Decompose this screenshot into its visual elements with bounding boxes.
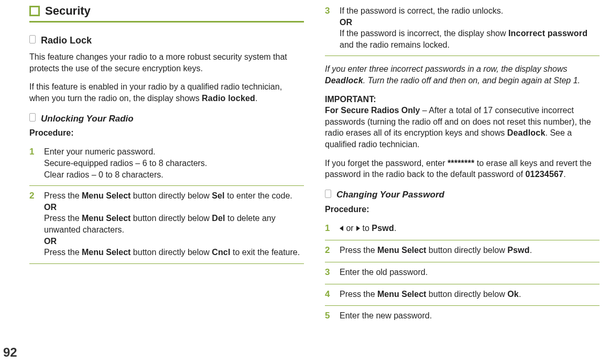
heading-security-text: Security: [45, 4, 91, 18]
note-paragraph: If you enter three incorrect passwords i…: [325, 63, 600, 86]
default-password: 01234567: [525, 170, 563, 179]
paragraph: If this feature is enabled in your radio…: [29, 81, 304, 104]
softkey-pswd: Pswd: [372, 224, 394, 233]
menu-select-label: Menu Select: [82, 214, 130, 223]
text: Press the: [340, 246, 377, 255]
or-separator: OR: [340, 18, 352, 27]
page-number: 92: [3, 345, 17, 360]
text: .: [394, 224, 396, 233]
text: Press the: [340, 290, 377, 299]
text: Enter the old password.: [340, 268, 428, 277]
softkey-cncl: Cncl: [212, 248, 230, 257]
text: button directly below: [426, 290, 507, 299]
step-body: Enter the new password.: [340, 310, 600, 322]
square-bullet-icon: [29, 6, 40, 16]
step-number: 3: [325, 267, 332, 279]
text: button directly below: [130, 214, 212, 223]
forget-paragraph: If you forget the password, enter ******…: [325, 158, 600, 180]
text: button directly below: [426, 246, 507, 255]
menu-select-label: Menu Select: [82, 248, 130, 257]
text: .: [563, 170, 565, 179]
step-body: Press the Menu Select button directly be…: [340, 245, 600, 256]
page: Advanced Features 92 Security Radio Lock…: [0, 0, 610, 364]
step-body: Press the Menu Select button directly be…: [44, 190, 304, 258]
step-body: or to Pswd.: [340, 223, 600, 234]
step-number: 5: [325, 310, 332, 322]
text: .: [519, 290, 521, 299]
column-right: 3 If the password is correct, the radio …: [310, 0, 600, 364]
doc-icon: [325, 190, 331, 201]
step-body: Press the Menu Select button directly be…: [340, 289, 600, 300]
paragraph: This feature changes your radio to a mor…: [29, 51, 304, 74]
step-2: 2 Press the Menu Select button directly …: [29, 187, 304, 264]
step-number: 1: [325, 223, 332, 235]
softkey-del: Del: [212, 214, 225, 223]
text: Enter your numeric password.: [44, 147, 156, 156]
display-incorrect-password: Incorrect password: [508, 29, 587, 38]
step-number: 2: [325, 245, 332, 257]
step-3: 3 If the password is correct, the radio …: [325, 2, 600, 56]
procedure-label: Procedure:: [29, 128, 304, 138]
cstep-1: 1 or to Pswd.: [325, 219, 600, 240]
text: .: [255, 94, 257, 103]
softkey-pswd: Pswd: [507, 246, 530, 255]
important-paragraph: IMPORTANT: For Secure Radios Only – Afte…: [325, 94, 600, 150]
heading-unlocking-text: Unlocking Your Radio: [41, 114, 134, 124]
text: to exit the feature.: [231, 248, 300, 257]
important-bold: For Secure Radios Only: [325, 106, 420, 115]
procedure-label: Procedure:: [325, 205, 600, 214]
text: or: [344, 224, 356, 233]
text: button directly below: [130, 248, 212, 257]
sidebar: Advanced Features 92: [0, 0, 21, 364]
cstep-4: 4 Press the Menu Select button directly …: [325, 285, 600, 306]
column-left: Security Radio Lock This feature changes…: [29, 0, 310, 364]
menu-select-label: Menu Select: [377, 246, 426, 255]
text: If the password is correct, the radio un…: [340, 6, 503, 15]
heading-radio-lock: Radio Lock: [29, 35, 304, 46]
heading-changing-password-text: Changing Your Password: [336, 190, 444, 200]
doc-icon: [29, 35, 36, 46]
or-separator: OR: [44, 237, 57, 246]
text: Press the: [44, 214, 82, 223]
heading-radio-lock-text: Radio Lock: [41, 35, 92, 46]
display-deadlock: Deadlock: [325, 76, 363, 85]
password-mask: ********: [448, 159, 474, 168]
text: to enter the code.: [225, 191, 292, 200]
nav-left-icon: [340, 226, 343, 231]
softkey-ok: Ok: [507, 290, 519, 299]
text: .: [530, 246, 532, 255]
heading-security: Security: [29, 4, 304, 18]
cstep-2: 2 Press the Menu Select button directly …: [325, 241, 600, 262]
or-separator: OR: [44, 203, 57, 212]
step-body: Enter the old password.: [340, 267, 600, 278]
text: If you forget the password, enter: [325, 159, 448, 168]
step-body: If the password is correct, the radio un…: [340, 5, 600, 50]
heading-changing-password: Changing Your Password: [325, 190, 600, 201]
step-number: 3: [325, 5, 332, 17]
divider: [29, 21, 304, 23]
text: and the radio remains locked.: [340, 40, 450, 49]
softkey-sel: Sel: [212, 191, 225, 200]
step-1: 1 Enter your numeric password. Secure-eq…: [29, 143, 304, 186]
text: If the password is incorrect, the displa…: [340, 29, 508, 38]
display-deadlock: Deadlock: [507, 128, 546, 137]
text: Enter the new password.: [340, 311, 432, 320]
text: Press the: [44, 191, 82, 200]
text: button directly below: [130, 191, 212, 200]
text: Secure-equipped radios – 6 to 8 characte…: [44, 159, 207, 168]
heading-unlocking: Unlocking Your Radio: [29, 113, 304, 124]
step-number: 2: [29, 190, 37, 202]
text: If you enter three incorrect passwords i…: [325, 64, 567, 73]
text: Clear radios – 0 to 8 characters.: [44, 170, 164, 179]
doc-icon: [29, 113, 36, 124]
cstep-5: 5 Enter the new password.: [325, 307, 600, 325]
step-number: 1: [29, 146, 37, 158]
step-body: Enter your numeric password. Secure-equi…: [44, 146, 304, 180]
display-text: Radio locked: [202, 94, 255, 103]
cstep-3: 3 Enter the old password.: [325, 263, 600, 284]
menu-select-label: Menu Select: [82, 191, 130, 200]
text: to: [360, 224, 372, 233]
content-columns: Security Radio Lock This feature changes…: [29, 0, 600, 364]
important-label: IMPORTANT:: [325, 95, 376, 104]
menu-select-label: Menu Select: [377, 290, 426, 299]
